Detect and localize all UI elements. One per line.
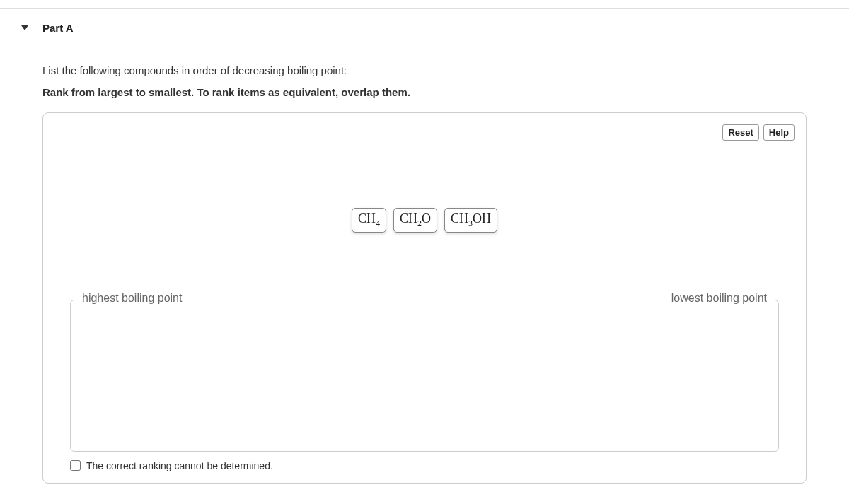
compound-tile-ch3oh[interactable]: CH3OH — [444, 208, 497, 233]
reset-button[interactable]: Reset — [722, 124, 758, 141]
compound-tile-ch2o[interactable]: CH2O — [393, 208, 437, 233]
caret-down-icon — [21, 25, 28, 30]
ranking-dropzone[interactable]: highest boiling point lowest boiling poi… — [70, 300, 779, 452]
ranking-widget: Reset Help CH4 CH2O CH3OH highest boilin… — [42, 112, 807, 484]
part-header[interactable]: Part A — [0, 9, 849, 47]
rank-label-highest: highest boiling point — [78, 292, 186, 305]
compound-pool: CH4 CH2O CH3OH — [54, 208, 795, 233]
undetermined-label: The correct ranking cannot be determined… — [86, 460, 273, 471]
help-button[interactable]: Help — [763, 124, 795, 141]
compound-tile-ch4[interactable]: CH4 — [352, 208, 386, 233]
rank-label-lowest: lowest boiling point — [667, 292, 771, 305]
question-prompt-2: Rank from largest to smallest. To rank i… — [42, 86, 807, 98]
undetermined-checkbox[interactable] — [70, 460, 81, 471]
part-title: Part A — [42, 22, 74, 34]
question-prompt-1: List the following compounds in order of… — [42, 64, 807, 76]
